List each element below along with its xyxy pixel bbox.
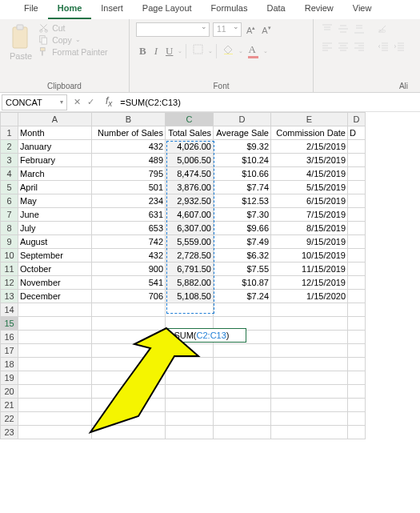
cell[interactable]: 11/15/2019: [271, 263, 348, 276]
fill-color-button[interactable]: [220, 42, 237, 59]
row-header[interactable]: 7: [1, 208, 18, 222]
select-all-corner[interactable]: [1, 113, 18, 126]
cell[interactable]: [214, 412, 271, 426]
cell[interactable]: [348, 194, 366, 208]
cell[interactable]: [271, 426, 348, 439]
cell[interactable]: [271, 412, 348, 426]
font-name-combo[interactable]: [136, 22, 210, 37]
cell[interactable]: [18, 317, 92, 331]
font-size-combo[interactable]: 11: [213, 22, 242, 37]
cell[interactable]: [348, 249, 366, 263]
align-top-button[interactable]: [320, 22, 334, 35]
cell[interactable]: Average Sale: [214, 126, 271, 140]
cell[interactable]: [18, 371, 92, 385]
col-header-E[interactable]: E: [271, 113, 348, 126]
row-header[interactable]: 2: [1, 140, 18, 154]
col-header-F[interactable]: D: [348, 113, 366, 126]
row-header[interactable]: 20: [1, 385, 18, 399]
tab-formulas[interactable]: Formulas: [202, 0, 258, 19]
cell[interactable]: [348, 154, 366, 167]
cell[interactable]: [271, 331, 348, 344]
cell[interactable]: [348, 344, 366, 358]
cell[interactable]: [92, 331, 166, 344]
font-color-button[interactable]: A: [245, 42, 262, 60]
align-right-button[interactable]: [352, 40, 366, 53]
cell[interactable]: [271, 385, 348, 399]
cell[interactable]: 5,882.00: [166, 276, 214, 290]
tab-view[interactable]: View: [343, 0, 382, 19]
tab-review[interactable]: Review: [295, 0, 343, 19]
align-center-button[interactable]: [336, 40, 350, 53]
cell[interactable]: [348, 167, 366, 181]
cell[interactable]: [348, 399, 366, 412]
cell[interactable]: [92, 385, 166, 399]
cell[interactable]: [92, 371, 166, 385]
cut-button[interactable]: Cut: [38, 22, 107, 33]
cell[interactable]: [348, 276, 366, 290]
cell[interactable]: March: [18, 167, 92, 181]
fx-icon[interactable]: fx: [101, 95, 117, 108]
tab-home[interactable]: Home: [48, 0, 92, 19]
row-header[interactable]: 9: [1, 235, 18, 249]
cell[interactable]: [18, 385, 92, 399]
row-header[interactable]: 10: [1, 249, 18, 263]
cell[interactable]: $9.32: [214, 140, 271, 154]
row-header[interactable]: 18: [1, 358, 18, 371]
cell[interactable]: [214, 371, 271, 385]
cell[interactable]: [214, 426, 271, 439]
row-header[interactable]: 3: [1, 154, 18, 167]
cell[interactable]: [92, 426, 166, 439]
cell[interactable]: [271, 371, 348, 385]
cell[interactable]: [348, 140, 366, 154]
cell[interactable]: [214, 399, 271, 412]
tab-data[interactable]: Data: [257, 0, 294, 19]
cell[interactable]: 3,876.00: [166, 181, 214, 194]
cell[interactable]: $7.55: [214, 263, 271, 276]
cell[interactable]: [92, 303, 166, 317]
col-header-A[interactable]: A: [18, 113, 92, 126]
cell[interactable]: 234: [92, 194, 166, 208]
cell[interactable]: $7.74: [214, 181, 271, 194]
increase-indent-button[interactable]: [392, 40, 406, 53]
cell[interactable]: [18, 412, 92, 426]
cell[interactable]: D: [348, 126, 366, 140]
row-header[interactable]: 1: [1, 126, 18, 140]
row-header[interactable]: 21: [1, 399, 18, 412]
bold-button[interactable]: B: [136, 43, 150, 59]
cell[interactable]: January: [18, 140, 92, 154]
cell[interactable]: 1/15/2020: [271, 290, 348, 303]
cell[interactable]: 795: [92, 167, 166, 181]
cell[interactable]: $9.66: [214, 222, 271, 235]
tab-insert[interactable]: Insert: [91, 0, 133, 19]
row-header[interactable]: 23: [1, 426, 18, 439]
cell[interactable]: 489: [92, 154, 166, 167]
tab-file[interactable]: File: [14, 0, 48, 19]
formula-bar-input[interactable]: [117, 94, 420, 110]
cell[interactable]: [348, 331, 366, 344]
align-left-button[interactable]: [320, 40, 334, 53]
cell[interactable]: 10/15/2019: [271, 249, 348, 263]
row-header[interactable]: 11: [1, 263, 18, 276]
cell[interactable]: [348, 385, 366, 399]
cell[interactable]: 8/15/2019: [271, 222, 348, 235]
cell[interactable]: July: [18, 222, 92, 235]
cell[interactable]: 501: [92, 181, 166, 194]
border-button[interactable]: [190, 42, 206, 59]
cell[interactable]: 432: [92, 249, 166, 263]
cell[interactable]: [348, 317, 366, 331]
cell[interactable]: 653: [92, 222, 166, 235]
copy-button[interactable]: Copy⌄: [38, 34, 107, 45]
cell[interactable]: [166, 358, 214, 371]
cell[interactable]: 4,607.00: [166, 208, 214, 222]
col-header-D[interactable]: D: [214, 113, 271, 126]
cell[interactable]: [214, 358, 271, 371]
cell[interactable]: [348, 303, 366, 317]
cell[interactable]: [92, 317, 166, 331]
cell[interactable]: $6.32: [214, 249, 271, 263]
row-header[interactable]: 17: [1, 344, 18, 358]
row-header[interactable]: 13: [1, 290, 18, 303]
cell[interactable]: [348, 371, 366, 385]
tab-page-layout[interactable]: Page Layout: [133, 0, 202, 19]
align-middle-button[interactable]: [336, 22, 350, 35]
cell[interactable]: 706: [92, 290, 166, 303]
